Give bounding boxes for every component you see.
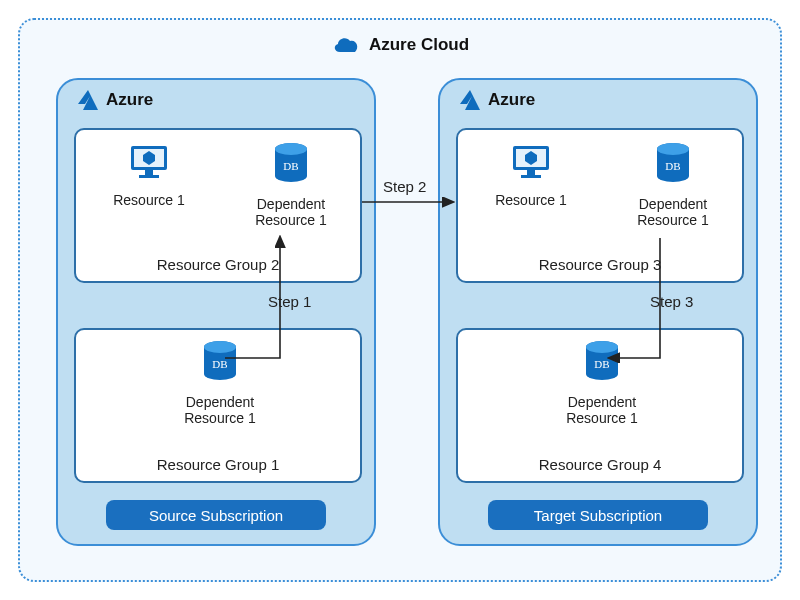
- azure-cloud-frame: Azure Cloud Azure Resource 1: [18, 18, 782, 582]
- arrows-overlay: [20, 20, 784, 584]
